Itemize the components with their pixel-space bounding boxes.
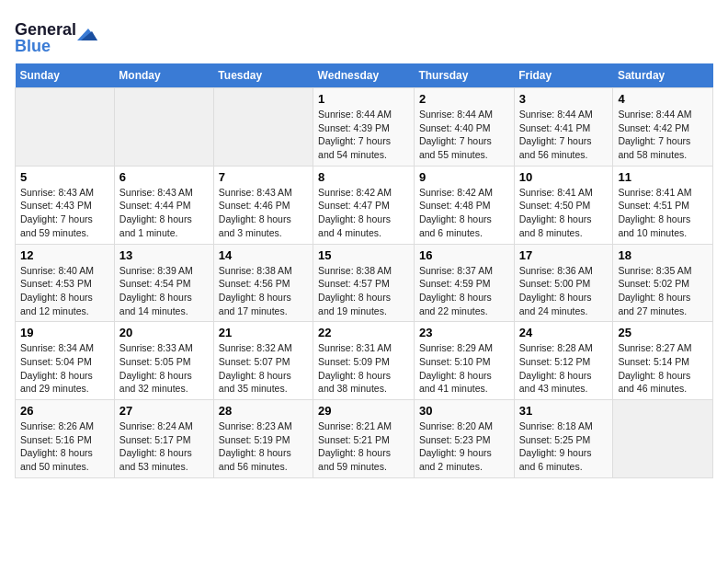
calendar-cell: 29Sunrise: 8:21 AM Sunset: 5:21 PM Dayli… — [313, 400, 415, 478]
day-info: Sunrise: 8:29 AM Sunset: 5:10 PM Dayligh… — [419, 341, 509, 396]
day-info: Sunrise: 8:43 AM Sunset: 4:44 PM Dayligh… — [119, 186, 209, 240]
calendar-cell: 7Sunrise: 8:43 AM Sunset: 4:46 PM Daylig… — [213, 166, 313, 244]
calendar-cell: 2Sunrise: 8:44 AM Sunset: 4:40 PM Daylig… — [414, 88, 514, 167]
day-info: Sunrise: 8:44 AM Sunset: 4:42 PM Dayligh… — [618, 108, 708, 162]
calendar-header-row: SundayMondayTuesdayWednesdayThursdayFrid… — [16, 63, 713, 88]
day-info: Sunrise: 8:26 AM Sunset: 5:16 PM Dayligh… — [20, 419, 109, 474]
day-number: 18 — [618, 248, 708, 262]
day-info: Sunrise: 8:38 AM Sunset: 4:57 PM Dayligh… — [318, 264, 409, 318]
day-info: Sunrise: 8:34 AM Sunset: 5:04 PM Dayligh… — [20, 341, 109, 396]
day-number: 7 — [219, 170, 308, 184]
day-info: Sunrise: 8:21 AM Sunset: 5:21 PM Dayligh… — [318, 419, 409, 474]
calendar-cell: 19Sunrise: 8:34 AM Sunset: 5:04 PM Dayli… — [16, 322, 115, 400]
day-info: Sunrise: 8:36 AM Sunset: 5:00 PM Dayligh… — [519, 264, 609, 318]
day-number: 8 — [318, 170, 409, 184]
day-number: 14 — [219, 248, 308, 262]
calendar-cell: 15Sunrise: 8:38 AM Sunset: 4:57 PM Dayli… — [313, 244, 415, 322]
calendar-cell: 12Sunrise: 8:40 AM Sunset: 4:53 PM Dayli… — [16, 244, 115, 322]
day-info: Sunrise: 8:35 AM Sunset: 5:02 PM Dayligh… — [618, 264, 708, 318]
day-number: 17 — [519, 248, 609, 262]
calendar-cell: 14Sunrise: 8:38 AM Sunset: 4:56 PM Dayli… — [213, 244, 313, 322]
day-number: 25 — [618, 326, 708, 339]
day-number: 11 — [618, 170, 708, 184]
day-number: 16 — [419, 248, 509, 262]
calendar-cell: 10Sunrise: 8:41 AM Sunset: 4:50 PM Dayli… — [514, 166, 613, 244]
calendar-cell: 21Sunrise: 8:32 AM Sunset: 5:07 PM Dayli… — [213, 322, 313, 400]
day-number: 26 — [20, 404, 109, 418]
day-info: Sunrise: 8:31 AM Sunset: 5:09 PM Dayligh… — [318, 341, 409, 396]
calendar-week-3: 12Sunrise: 8:40 AM Sunset: 4:53 PM Dayli… — [16, 244, 713, 322]
calendar-cell — [613, 400, 713, 478]
day-number: 12 — [20, 248, 109, 262]
svg-text:Blue: Blue — [15, 37, 51, 55]
day-number: 31 — [519, 404, 609, 418]
day-number: 19 — [20, 326, 109, 339]
calendar-cell: 17Sunrise: 8:36 AM Sunset: 5:00 PM Dayli… — [514, 244, 613, 322]
weekday-header-monday: Monday — [114, 63, 213, 88]
day-number: 15 — [318, 248, 409, 262]
day-info: Sunrise: 8:44 AM Sunset: 4:39 PM Dayligh… — [318, 108, 409, 162]
day-number: 5 — [20, 170, 109, 184]
day-number: 3 — [519, 92, 609, 106]
calendar-week-2: 5Sunrise: 8:43 AM Sunset: 4:43 PM Daylig… — [16, 166, 713, 244]
day-info: Sunrise: 8:41 AM Sunset: 4:51 PM Dayligh… — [618, 186, 708, 240]
calendar-cell: 27Sunrise: 8:24 AM Sunset: 5:17 PM Dayli… — [114, 400, 213, 478]
day-number: 9 — [419, 170, 509, 184]
day-info: Sunrise: 8:43 AM Sunset: 4:43 PM Dayligh… — [20, 186, 109, 240]
calendar-cell: 3Sunrise: 8:44 AM Sunset: 4:41 PM Daylig… — [514, 88, 613, 167]
day-info: Sunrise: 8:39 AM Sunset: 4:54 PM Dayligh… — [119, 264, 209, 318]
day-number: 27 — [119, 404, 209, 418]
day-info: Sunrise: 8:18 AM Sunset: 5:25 PM Dayligh… — [519, 419, 609, 474]
day-number: 4 — [618, 92, 708, 106]
weekday-header-sunday: Sunday — [16, 63, 115, 88]
day-info: Sunrise: 8:23 AM Sunset: 5:19 PM Dayligh… — [219, 419, 308, 474]
calendar-cell: 24Sunrise: 8:28 AM Sunset: 5:12 PM Dayli… — [514, 322, 613, 400]
day-number: 21 — [219, 326, 308, 339]
day-number: 24 — [519, 326, 609, 339]
calendar-cell — [114, 88, 213, 167]
day-number: 20 — [119, 326, 209, 339]
calendar-week-5: 26Sunrise: 8:26 AM Sunset: 5:16 PM Dayli… — [16, 400, 713, 478]
day-info: Sunrise: 8:42 AM Sunset: 4:48 PM Dayligh… — [419, 186, 509, 240]
day-number: 2 — [419, 92, 509, 106]
day-info: Sunrise: 8:37 AM Sunset: 4:59 PM Dayligh… — [419, 264, 509, 318]
page-header: General Blue — [15, 15, 713, 56]
calendar-table: SundayMondayTuesdayWednesdayThursdayFrid… — [15, 63, 713, 478]
calendar-cell: 9Sunrise: 8:42 AM Sunset: 4:48 PM Daylig… — [414, 166, 514, 244]
day-info: Sunrise: 8:24 AM Sunset: 5:17 PM Dayligh… — [119, 419, 209, 474]
day-info: Sunrise: 8:40 AM Sunset: 4:53 PM Dayligh… — [20, 264, 109, 318]
day-number: 6 — [119, 170, 209, 184]
calendar-cell: 23Sunrise: 8:29 AM Sunset: 5:10 PM Dayli… — [414, 322, 514, 400]
calendar-cell: 6Sunrise: 8:43 AM Sunset: 4:44 PM Daylig… — [114, 166, 213, 244]
calendar-cell: 13Sunrise: 8:39 AM Sunset: 4:54 PM Dayli… — [114, 244, 213, 322]
weekday-header-wednesday: Wednesday — [313, 63, 415, 88]
calendar-cell: 1Sunrise: 8:44 AM Sunset: 4:39 PM Daylig… — [313, 88, 415, 167]
day-info: Sunrise: 8:41 AM Sunset: 4:50 PM Dayligh… — [519, 186, 609, 240]
day-number: 1 — [318, 92, 409, 106]
calendar-cell: 20Sunrise: 8:33 AM Sunset: 5:05 PM Dayli… — [114, 322, 213, 400]
day-number: 29 — [318, 404, 409, 418]
calendar-cell: 28Sunrise: 8:23 AM Sunset: 5:19 PM Dayli… — [213, 400, 313, 478]
calendar-cell: 8Sunrise: 8:42 AM Sunset: 4:47 PM Daylig… — [313, 166, 415, 244]
day-info: Sunrise: 8:38 AM Sunset: 4:56 PM Dayligh… — [219, 264, 308, 318]
calendar-cell: 31Sunrise: 8:18 AM Sunset: 5:25 PM Dayli… — [514, 400, 613, 478]
calendar-cell: 25Sunrise: 8:27 AM Sunset: 5:14 PM Dayli… — [613, 322, 713, 400]
day-info: Sunrise: 8:43 AM Sunset: 4:46 PM Dayligh… — [219, 186, 308, 240]
day-info: Sunrise: 8:33 AM Sunset: 5:05 PM Dayligh… — [119, 341, 209, 396]
day-number: 28 — [219, 404, 308, 418]
calendar-cell: 30Sunrise: 8:20 AM Sunset: 5:23 PM Dayli… — [414, 400, 514, 478]
calendar-cell — [16, 88, 115, 167]
day-info: Sunrise: 8:44 AM Sunset: 4:41 PM Dayligh… — [519, 108, 609, 162]
day-number: 13 — [119, 248, 209, 262]
day-info: Sunrise: 8:28 AM Sunset: 5:12 PM Dayligh… — [519, 341, 609, 396]
day-info: Sunrise: 8:32 AM Sunset: 5:07 PM Dayligh… — [219, 341, 308, 396]
svg-text:General: General — [15, 20, 76, 39]
day-number: 22 — [318, 326, 409, 339]
calendar-cell: 22Sunrise: 8:31 AM Sunset: 5:09 PM Dayli… — [313, 322, 415, 400]
day-info: Sunrise: 8:42 AM Sunset: 4:47 PM Dayligh… — [318, 186, 409, 240]
calendar-cell: 16Sunrise: 8:37 AM Sunset: 4:59 PM Dayli… — [414, 244, 514, 322]
calendar-week-4: 19Sunrise: 8:34 AM Sunset: 5:04 PM Dayli… — [16, 322, 713, 400]
calendar-week-1: 1Sunrise: 8:44 AM Sunset: 4:39 PM Daylig… — [16, 88, 713, 167]
weekday-header-saturday: Saturday — [613, 63, 713, 88]
day-info: Sunrise: 8:20 AM Sunset: 5:23 PM Dayligh… — [419, 419, 509, 474]
